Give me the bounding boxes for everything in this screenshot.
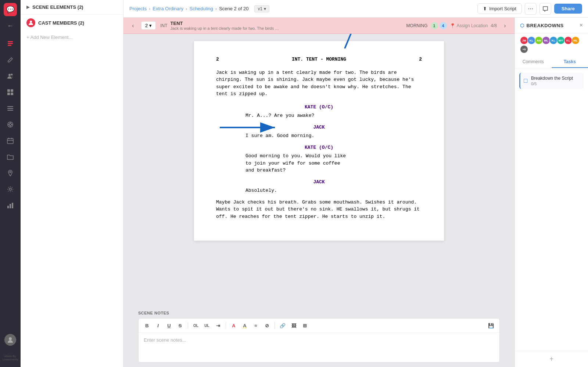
bold-button[interactable]: B xyxy=(142,321,152,330)
chat-button[interactable] xyxy=(539,3,551,15)
sidebar-icon-settings[interactable] xyxy=(4,183,17,196)
content-area: ‹ 2 ▾ INT TENT Jack is waking up in a te… xyxy=(123,18,588,367)
svg-point-3 xyxy=(8,74,11,76)
import-script-button[interactable]: ⬆ Import Script xyxy=(477,3,522,14)
scene-header-bar: ‹ 2 ▾ INT TENT Jack is waking up in a te… xyxy=(123,18,514,34)
script-content[interactable]: 2 INT. TENT - MORNING 2 Jack is waking u… xyxy=(123,34,514,306)
share-button[interactable]: Share xyxy=(554,4,582,14)
avatar[interactable]: ML xyxy=(542,36,550,44)
strikethrough-button[interactable]: S xyxy=(175,321,185,330)
scene-notes-label: SCENE NOTES xyxy=(138,311,500,315)
scene-number-badge[interactable]: 2 ▾ xyxy=(141,21,156,30)
user-avatar[interactable] xyxy=(4,334,16,346)
app-logo[interactable]: 💬 xyxy=(4,3,17,16)
save-button[interactable]: 💾 xyxy=(486,321,496,330)
scene-prev-button[interactable]: ‹ xyxy=(128,21,138,31)
breakdowns-title: ⬡ BREAKDOWNS xyxy=(520,23,564,28)
cast-members-header[interactable]: CAST MEMBERS (2) xyxy=(21,15,123,31)
sidebar-icon-board[interactable] xyxy=(4,86,17,99)
unordered-list-button[interactable]: UL xyxy=(202,321,212,330)
svg-rect-2 xyxy=(8,45,11,46)
image-button[interactable]: 🖼 xyxy=(289,321,298,330)
sidebar-icon-chart[interactable] xyxy=(4,199,17,212)
close-button[interactable]: × xyxy=(580,22,583,29)
char-name-kate-2: KATE (O/C) xyxy=(216,144,422,151)
notes-editor: B I U S OL UL ⇥ A A ≡ ⊘ 🔗 xyxy=(138,318,500,363)
add-element-button[interactable]: + Add New Element... xyxy=(21,31,123,44)
version-badge[interactable]: v1 ▾ xyxy=(254,5,269,12)
dialogue-kate-2: Good morning to you. Would you like to j… xyxy=(245,152,392,174)
avatar[interactable]: MY xyxy=(557,36,565,44)
avatar[interactable]: ML xyxy=(571,36,580,44)
dialogue-jack-1: I sure am. Good morning. xyxy=(245,132,392,140)
svg-point-27 xyxy=(9,337,12,340)
chevron-down-icon: ▾ xyxy=(264,6,266,11)
svg-rect-5 xyxy=(7,89,10,92)
notes-input[interactable]: Enter scene notes... xyxy=(139,333,499,362)
underline-button[interactable]: U xyxy=(164,321,174,330)
sidebar-icon-edit[interactable] xyxy=(4,53,17,66)
script-page: 2 INT. TENT - MORNING 2 Jack is waking u… xyxy=(194,41,444,241)
back-button[interactable]: ← xyxy=(7,22,14,30)
avatar[interactable]: KL xyxy=(564,36,572,44)
scene-next-button[interactable]: › xyxy=(500,21,510,31)
action-text-2: Maybe Jack checks his breath. Grabs some… xyxy=(216,199,422,220)
tab-comments[interactable]: Comments xyxy=(515,56,552,68)
breadcrumb-extra-ordinary[interactable]: Extra Ordinary xyxy=(153,6,183,11)
sidebar-icon-calendar[interactable] xyxy=(4,134,17,147)
avatar[interactable]: KL xyxy=(527,36,535,44)
svg-rect-0 xyxy=(8,41,13,42)
avatar[interactable]: JM xyxy=(520,36,528,44)
avatar[interactable]: AN xyxy=(535,36,543,44)
scene-heading: 2 INT. TENT - MORNING 2 xyxy=(216,56,422,63)
page-badge-1: 1 xyxy=(431,22,438,29)
breakdown-item[interactable]: ☐ Breakdown the Script 0/5 xyxy=(519,73,584,89)
breakdowns-header: ⬡ BREAKDOWNS × xyxy=(515,18,588,33)
align-button[interactable]: ≡ xyxy=(251,321,261,330)
italic-button[interactable]: I xyxy=(153,321,163,330)
sidebar-icon-location[interactable] xyxy=(4,166,17,180)
sidebar-icon-film[interactable] xyxy=(4,118,17,131)
checkbox-icon: ☐ xyxy=(523,78,528,84)
import-icon: ⬆ xyxy=(483,6,487,11)
page-badge-2: 4 xyxy=(440,22,447,29)
svg-rect-6 xyxy=(11,89,13,92)
table-button[interactable]: ⊞ xyxy=(300,321,309,330)
left-sidebar: 💬 ← Made ByLeanometry xyxy=(0,0,21,367)
svg-rect-9 xyxy=(7,106,13,107)
scene-elements-header[interactable]: ▶ SCENE ELEMENTS (2) xyxy=(21,0,123,15)
sidebar-icon-script[interactable] xyxy=(4,37,17,50)
tab-tasks[interactable]: Tasks xyxy=(552,56,588,68)
breakdowns-icon: ⬡ xyxy=(520,23,524,28)
script-area: ‹ 2 ▾ INT TENT Jack is waking up in a te… xyxy=(123,18,514,367)
breakdowns-content: ☐ Breakdown the Script 0/5 xyxy=(515,68,588,351)
notes-toolbar: B I U S OL UL ⇥ A A ≡ ⊘ 🔗 xyxy=(139,319,499,333)
svg-rect-25 xyxy=(10,204,11,208)
highlight-button[interactable]: A xyxy=(240,321,250,330)
scene-title-info: TENT Jack is waking up in a tent clearly… xyxy=(171,21,404,30)
clear-format-button[interactable]: ⊘ xyxy=(262,321,272,330)
sidebar-icon-people[interactable] xyxy=(4,69,17,83)
scene-time-of-day: MORNING xyxy=(406,23,428,28)
assign-location-button[interactable]: 📍 Assign Location xyxy=(450,23,488,28)
svg-rect-8 xyxy=(11,93,13,95)
breadcrumb: Projects › Extra Ordinary › Scheduling ›… xyxy=(129,6,248,11)
svg-point-22 xyxy=(10,171,11,173)
avatar[interactable]: KL xyxy=(549,36,557,44)
text-color-button[interactable]: A xyxy=(229,321,239,330)
svg-point-13 xyxy=(9,123,11,126)
ordered-list-button[interactable]: OL xyxy=(191,321,201,330)
breadcrumb-projects[interactable]: Projects xyxy=(129,6,147,11)
breakdown-item-progress: 0/5 xyxy=(531,82,573,86)
svg-rect-18 xyxy=(7,138,13,144)
avatar[interactable]: +9 xyxy=(520,45,528,53)
breadcrumb-scheduling[interactable]: Scheduling xyxy=(189,6,213,11)
add-breakdown-button[interactable]: + xyxy=(515,351,588,367)
sidebar-icon-folder[interactable] xyxy=(4,150,17,163)
top-nav: Projects › Extra Ordinary › Scheduling ›… xyxy=(123,0,588,18)
sidebar-icon-list[interactable] xyxy=(4,102,17,115)
scene-notes-area: SCENE NOTES B I U S OL UL ⇥ A A ≡ xyxy=(123,306,514,367)
more-button[interactable]: ··· xyxy=(525,3,537,15)
link-button[interactable]: 🔗 xyxy=(278,321,287,330)
indent-button[interactable]: ⇥ xyxy=(213,321,223,330)
